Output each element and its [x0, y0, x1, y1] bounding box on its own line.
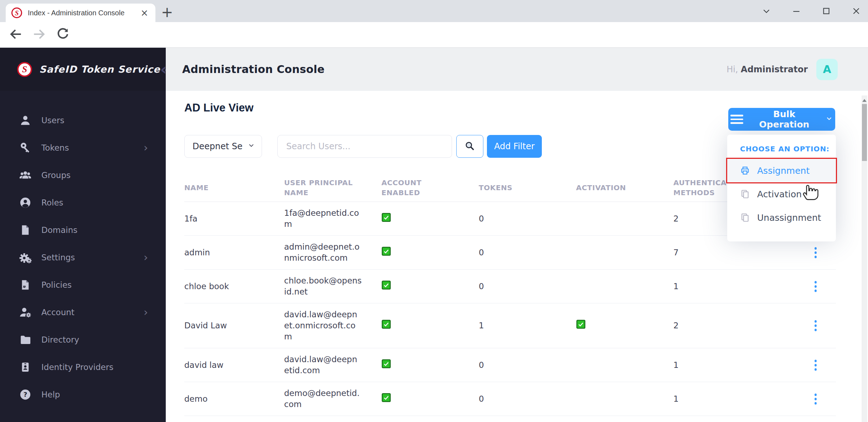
cell-activation — [576, 387, 673, 411]
sidebar-item-directory[interactable]: Directory — [0, 326, 166, 353]
bulk-operation-button[interactable]: Bulk Operation — [728, 108, 835, 131]
id-card-icon — [18, 361, 33, 373]
window-maximize-button[interactable] — [822, 6, 831, 16]
enabled-checkbox-icon — [381, 213, 391, 222]
app-root: S SafeID Token Service « Users Tokens › … — [0, 48, 868, 422]
user-greeting: Hi, Administrator — [726, 64, 808, 74]
cell-tokens: 0 — [479, 241, 576, 264]
table-row: demo demo@deepnetid.com 0 1 — [184, 382, 836, 416]
window-close-button[interactable] — [852, 6, 861, 16]
main-area: Administration Console Hi, Administrator… — [166, 48, 868, 422]
question-icon: ? — [18, 389, 33, 401]
browser-titlebar: S Index - Administration Console × + — [0, 0, 868, 22]
cell-upn: david.law@deepnet.onmicrosoft.com — [284, 303, 381, 348]
scrollbar-up-arrow-icon[interactable] — [862, 99, 867, 102]
cell-name: david law — [184, 354, 284, 376]
column-header-tokens[interactable]: TOKENS — [479, 183, 576, 193]
cell-tokens: 0 — [479, 275, 576, 298]
cell-activation — [576, 421, 673, 422]
cell-name: chloe book — [184, 275, 284, 298]
cell-account-enabled — [381, 387, 479, 411]
sidebar-item-roles[interactable]: Roles — [0, 189, 166, 216]
sidebar-item-domains[interactable]: Domains — [0, 216, 166, 244]
cell-activation — [576, 275, 673, 298]
activation-checkbox-icon — [576, 319, 586, 329]
sidebar-item-settings[interactable]: Settings › — [0, 244, 166, 271]
page-scrollbar[interactable] — [862, 95, 867, 422]
row-actions-button[interactable] — [808, 278, 823, 295]
sidebar-item-tokens[interactable]: Tokens › — [0, 134, 166, 161]
role-badge-icon — [18, 197, 33, 209]
bulk-operation-dropdown: CHOOSE AN OPTION: Assignment Activation … — [727, 135, 836, 241]
groups-icon — [18, 169, 33, 182]
sidebar: S SafeID Token Service « Users Tokens › … — [0, 48, 166, 422]
sidebar-item-users[interactable]: Users — [0, 106, 166, 134]
reload-button[interactable] — [55, 26, 71, 42]
tab-search-chevron-icon[interactable] — [762, 6, 771, 16]
table-row: Demo 1FA demo.1fa@opensid.net 0 1 — [184, 416, 836, 422]
gear-icon — [18, 251, 33, 264]
cell-tokens: 0 — [479, 388, 576, 410]
tab-close-icon[interactable]: × — [139, 8, 150, 17]
cell-name: 1fa — [184, 208, 284, 230]
column-header-account-enabled[interactable]: ACCOUNT ENABLED — [381, 178, 479, 198]
cell-auth-methods: 1 — [673, 354, 795, 376]
scrollbar-thumb[interactable] — [862, 104, 867, 161]
row-actions-button[interactable] — [808, 357, 823, 373]
folder-icon — [18, 334, 33, 346]
chevron-right-icon: › — [144, 142, 148, 153]
browser-tab[interactable]: S Index - Administration Console × — [6, 4, 155, 22]
tab-title: Index - Administration Console — [28, 9, 139, 17]
user-avatar[interactable]: A — [816, 59, 838, 80]
cell-account-enabled — [381, 353, 479, 377]
column-header-upn[interactable]: USER PRINCIPAL NAME — [284, 178, 381, 198]
cell-auth-methods: 1 — [673, 388, 795, 410]
cell-activation — [576, 353, 673, 377]
copy-icon — [740, 213, 750, 223]
cell-name: admin — [184, 241, 284, 264]
sidebar-item-account[interactable]: Account › — [0, 298, 166, 326]
brand-name: SafeID Token Service — [39, 64, 160, 75]
cell-account-enabled — [381, 241, 479, 265]
enabled-checkbox-icon — [381, 319, 391, 329]
sidebar-item-identity-providers[interactable]: Identity Providers — [0, 353, 166, 381]
user-gear-icon — [18, 306, 33, 319]
cell-auth-methods: 1 — [673, 275, 795, 298]
add-filter-button[interactable]: Add Filter — [487, 135, 542, 158]
row-actions-button[interactable] — [808, 244, 823, 261]
row-actions-button[interactable] — [808, 318, 823, 334]
cell-tokens: 1 — [479, 314, 576, 337]
svg-text:?: ? — [24, 391, 27, 398]
cell-account-enabled — [381, 421, 479, 422]
search-input[interactable] — [277, 135, 452, 158]
cell-account-enabled — [381, 275, 479, 298]
user-icon — [18, 114, 33, 126]
window-minimize-button[interactable] — [792, 6, 801, 16]
mouse-cursor-pointer — [801, 181, 820, 202]
forward-button[interactable] — [31, 26, 47, 42]
dropdown-option-unassignment[interactable]: Unassignment — [727, 206, 836, 229]
browser-toolbar: admin.safeid.io/Users/AzureAd/Index?iden… — [0, 22, 868, 48]
content-area: AD Live View Deepnet Se Add Filter NAME — [166, 101, 868, 422]
cell-upn: admin@deepnet.onmicrosoft.com — [284, 236, 381, 269]
cell-upn: demo@deepnetid.com — [284, 382, 381, 416]
sidebar-item-groups[interactable]: Groups — [0, 161, 166, 189]
back-button[interactable] — [8, 26, 24, 42]
sidebar-item-policies[interactable]: Policies — [0, 271, 166, 298]
safeid-logo-icon: S — [17, 62, 32, 77]
column-header-name[interactable]: NAME — [184, 183, 284, 193]
chevron-right-icon: › — [144, 307, 148, 318]
sidebar-item-help[interactable]: ? Help — [0, 381, 166, 408]
browser-window: S Index - Administration Console × + adm… — [0, 0, 868, 422]
dropdown-option-assignment[interactable]: Assignment — [727, 159, 836, 182]
cell-upn: david.law@deepnetid.com — [284, 348, 381, 382]
identity-source-select[interactable]: Deepnet Se — [184, 135, 262, 158]
cell-tokens: 0 — [479, 354, 576, 376]
chevron-down-icon — [247, 141, 255, 151]
column-header-activation[interactable]: ACTIVATION — [576, 183, 673, 193]
new-tab-button[interactable]: + — [161, 5, 173, 19]
dropdown-heading: CHOOSE AN OPTION: — [740, 145, 836, 153]
cell-account-enabled — [381, 207, 479, 231]
search-button[interactable] — [456, 135, 483, 158]
row-actions-button[interactable] — [808, 391, 823, 407]
